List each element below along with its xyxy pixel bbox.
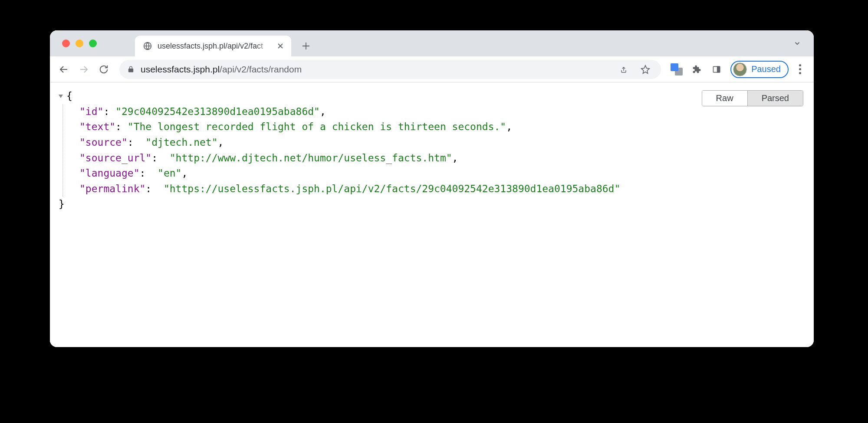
profile-button[interactable]: Paused — [730, 61, 789, 78]
new-tab-button[interactable] — [297, 37, 315, 55]
url-host: uselessfacts.jsph.pl — [141, 64, 220, 74]
json-key: permalink — [79, 183, 145, 194]
forward-button[interactable] — [75, 61, 92, 78]
extensions-button[interactable] — [688, 61, 705, 78]
kebab-menu-button[interactable] — [791, 61, 809, 78]
json-tree: { id: 29c04092542e313890d1ea0195aba86d, … — [59, 89, 805, 212]
window-maximize-button[interactable] — [89, 39, 97, 47]
window-controls — [62, 39, 97, 47]
lock-icon[interactable] — [127, 66, 135, 73]
json-value: http://www.djtech.net/humor/useless_fact… — [170, 152, 452, 164]
tabs-dropdown-button[interactable] — [789, 36, 805, 51]
json-key: text — [79, 121, 115, 132]
json-value: en — [158, 167, 181, 179]
json-value: 29c04092542e313890d1ea0195aba86d — [115, 106, 320, 117]
back-button[interactable] — [55, 61, 72, 78]
address-bar[interactable]: uselessfacts.jsph.pl/api/v2/facts/random — [119, 60, 661, 79]
browser-tab-active[interactable]: uselessfacts.jsph.pl/api/v2/fact — [135, 36, 291, 56]
json-value: The longest recorded flight of a chicken… — [128, 121, 506, 132]
translate-extension-icon[interactable] — [668, 61, 685, 78]
raw-tab[interactable]: Raw — [702, 91, 747, 106]
profile-status-label: Paused — [751, 64, 781, 74]
json-viewer-toggle: Raw Parsed — [702, 90, 803, 106]
json-key: language — [79, 167, 140, 179]
json-key: id — [79, 106, 103, 117]
side-panel-button[interactable] — [708, 61, 725, 78]
page-viewport: Raw Parsed { id: 29c04092542e313890d1ea0… — [50, 82, 814, 347]
url-path: /api/v2/facts/random — [220, 64, 302, 74]
json-key: source_url — [79, 152, 151, 164]
svg-rect-2 — [717, 66, 720, 72]
toolbar: uselessfacts.jsph.pl/api/v2/facts/random — [50, 56, 814, 82]
window-minimize-button[interactable] — [76, 39, 83, 47]
share-button[interactable] — [616, 62, 631, 77]
globe-icon — [143, 41, 152, 51]
avatar — [733, 62, 747, 76]
tab-title: uselessfacts.jsph.pl/api/v2/fact — [158, 42, 273, 51]
browser-window: uselessfacts.jsph.pl/api/v2/fact — [50, 30, 814, 347]
json-key: source — [79, 137, 128, 148]
reload-button[interactable] — [95, 61, 112, 78]
tab-strip: uselessfacts.jsph.pl/api/v2/fact — [50, 30, 814, 56]
json-value: https://uselessfacts.jsph.pl/api/v2/fact… — [164, 183, 620, 194]
window-close-button[interactable] — [62, 39, 70, 47]
url-text: uselessfacts.jsph.pl/api/v2/facts/random — [141, 64, 610, 75]
bookmark-button[interactable] — [638, 62, 653, 77]
collapse-caret-icon[interactable] — [59, 95, 63, 98]
tab-close-button[interactable] — [276, 41, 285, 51]
json-body: id: 29c04092542e313890d1ea0195aba86d, te… — [62, 104, 805, 197]
parsed-tab[interactable]: Parsed — [747, 91, 803, 106]
json-value: djtech.net — [145, 137, 217, 148]
